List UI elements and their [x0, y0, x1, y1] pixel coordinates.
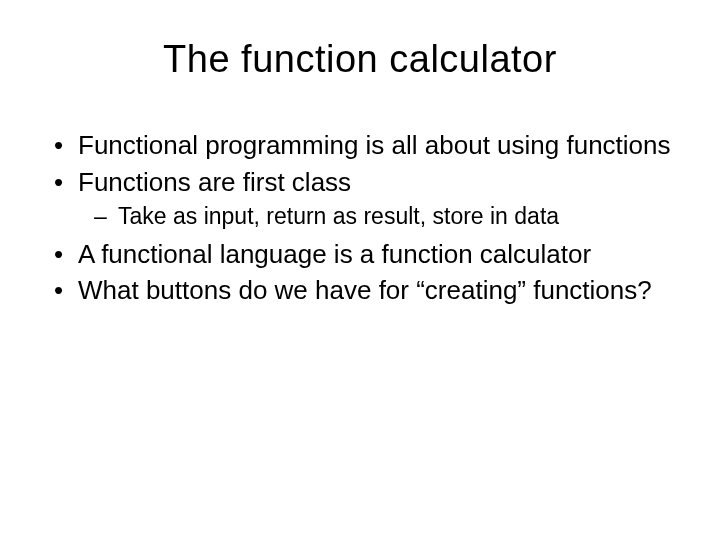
- bullet-item: What buttons do we have for “creating” f…: [50, 274, 680, 307]
- sub-bullet-item: Take as input, return as result, store i…: [90, 202, 680, 232]
- slide: The function calculator Functional progr…: [0, 0, 720, 540]
- bullet-item: A functional language is a function calc…: [50, 238, 680, 271]
- bullet-list: Functional programming is all about usin…: [50, 129, 680, 307]
- sub-bullet-list: Take as input, return as result, store i…: [78, 202, 680, 232]
- bullet-text: Functions are first class: [78, 167, 351, 197]
- slide-content: Functional programming is all about usin…: [40, 129, 680, 307]
- bullet-item: Functional programming is all about usin…: [50, 129, 680, 162]
- bullet-item: Functions are first class Take as input,…: [50, 166, 680, 232]
- slide-title: The function calculator: [40, 38, 680, 81]
